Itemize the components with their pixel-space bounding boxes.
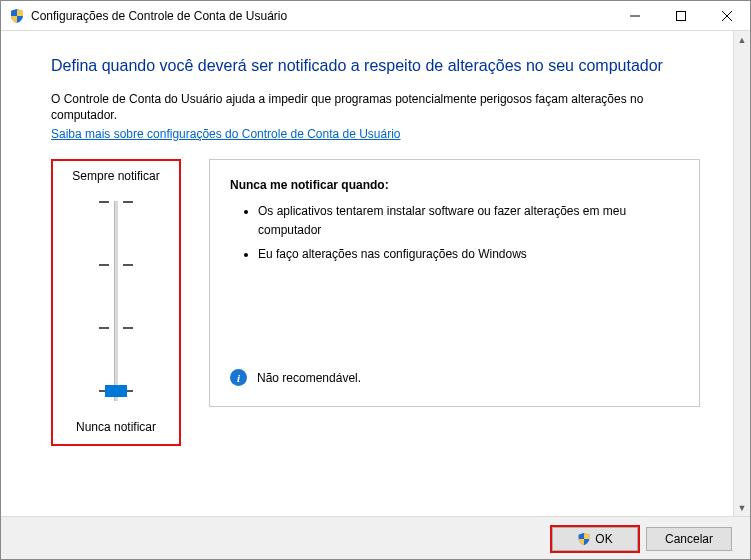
cancel-button-label: Cancelar <box>665 532 713 546</box>
vertical-scrollbar[interactable]: ▲ ▼ <box>733 31 750 516</box>
cancel-button[interactable]: Cancelar <box>646 527 732 551</box>
slider-wrap <box>57 193 175 408</box>
ok-button-label: OK <box>595 532 612 546</box>
recommendation-text: Não recomendável. <box>257 371 361 385</box>
window-controls <box>612 1 750 31</box>
list-item: Os aplicativos tentarem instalar softwar… <box>258 202 679 239</box>
minimize-button[interactable] <box>612 1 658 31</box>
button-bar: OK Cancelar <box>1 516 750 560</box>
learn-more-link[interactable]: Saiba mais sobre configurações do Contro… <box>51 127 401 141</box>
ok-button[interactable]: OK <box>552 527 638 551</box>
list-item: Eu faço alterações nas configurações do … <box>258 245 679 264</box>
scroll-down-arrow[interactable]: ▼ <box>734 499 750 516</box>
close-button[interactable] <box>704 1 750 31</box>
description-text: O Controle de Conta do Usuário ajuda a i… <box>51 91 700 125</box>
content-area: ▲ ▼ Defina quando você deverá ser notifi… <box>1 31 750 516</box>
scroll-up-arrow[interactable]: ▲ <box>734 31 750 48</box>
slider-label-never: Nunca notificar <box>57 420 175 434</box>
titlebar: Configurações de Controle de Conta de Us… <box>1 1 750 31</box>
scroll-track[interactable] <box>734 48 750 499</box>
recommendation-row: i Não recomendável. <box>230 369 361 386</box>
slider-label-always: Sempre notificar <box>57 169 175 183</box>
maximize-button[interactable] <box>658 1 704 31</box>
detail-box: Nunca me notificar quando: Os aplicativo… <box>209 159 700 407</box>
shield-icon <box>9 8 25 24</box>
page-heading: Defina quando você deverá ser notificado… <box>51 55 700 77</box>
slider-panel: Sempre notificar Nunca notificar <box>51 159 181 446</box>
main-row: Sempre notificar Nunca notificar Nunca m… <box>51 159 700 446</box>
info-icon: i <box>230 369 247 386</box>
shield-icon <box>577 532 591 546</box>
svg-rect-1 <box>677 11 686 20</box>
detail-list: Os aplicativos tentarem instalar softwar… <box>230 202 679 264</box>
slider-thumb[interactable] <box>105 385 127 397</box>
detail-heading: Nunca me notificar quando: <box>230 178 679 192</box>
slider-track[interactable] <box>114 201 118 401</box>
window-title: Configurações de Controle de Conta de Us… <box>31 9 612 23</box>
